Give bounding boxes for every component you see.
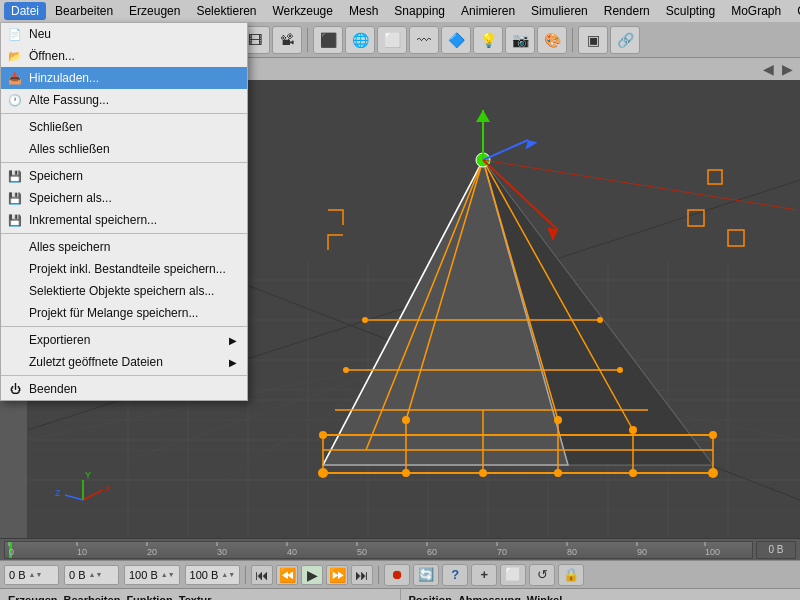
oeffnen-label: Öffnen...: [29, 49, 75, 63]
tool-spline[interactable]: 〰: [409, 26, 439, 54]
spin-arrows-4[interactable]: ▲▼: [221, 571, 235, 578]
menu-sculpting[interactable]: Sculpting: [659, 2, 722, 20]
transport-help[interactable]: ?: [442, 564, 468, 586]
viewport-arrow-right[interactable]: ▶: [779, 61, 796, 77]
transport-loop[interactable]: 🔄: [413, 564, 439, 586]
svg-text:X: X: [105, 484, 111, 494]
menu-speichern[interactable]: 💾 Speichern: [1, 165, 247, 187]
menu-datei[interactable]: Datei: [4, 2, 46, 20]
svg-point-63: [479, 469, 487, 477]
transport-value-4: 100 B: [190, 569, 219, 581]
tool-cube[interactable]: ⬛: [313, 26, 343, 54]
timeline-track[interactable]: 0 10 20 30 40 50 60 70 80: [4, 541, 753, 559]
svg-text:0: 0: [9, 547, 14, 557]
tool-cylinder[interactable]: ⬜: [377, 26, 407, 54]
tool-camera[interactable]: 📷: [505, 26, 535, 54]
status-funktion[interactable]: Funktion: [126, 594, 172, 601]
spin-arrows-1[interactable]: ▲▼: [29, 571, 43, 578]
tool-extra1[interactable]: ▣: [578, 26, 608, 54]
neu-label: Neu: [29, 27, 51, 41]
menu-selektierte[interactable]: Selektierte Objekte speichern als...: [1, 280, 247, 302]
viewport-arrow-left[interactable]: ◀: [760, 61, 777, 77]
menu-alles-speichern[interactable]: Alles speichern: [1, 236, 247, 258]
menu-animieren[interactable]: Animieren: [454, 2, 522, 20]
tool-material[interactable]: 🎨: [537, 26, 567, 54]
tool-extra2[interactable]: 🔗: [610, 26, 640, 54]
transport-field-4[interactable]: 100 B ▲▼: [185, 565, 241, 585]
status-erzeugen[interactable]: Erzeugen: [8, 594, 58, 601]
svg-text:20: 20: [147, 547, 157, 557]
menu-beenden[interactable]: ⏻ Beenden: [1, 378, 247, 400]
status-position[interactable]: Position: [409, 594, 452, 601]
transport-field-2[interactable]: 0 B ▲▼: [64, 565, 119, 585]
menu-charak[interactable]: Charak: [790, 2, 800, 20]
menu-rendern[interactable]: Rendern: [597, 2, 657, 20]
status-abmessung[interactable]: Abmessung: [458, 594, 521, 601]
transport-play[interactable]: ▶: [301, 565, 323, 585]
menu-alles-schliessen[interactable]: Alles schließen: [1, 138, 247, 160]
tool-light[interactable]: 💡: [473, 26, 503, 54]
transport-render[interactable]: ⬜: [500, 564, 526, 586]
tool-sphere[interactable]: 🌐: [345, 26, 375, 54]
menu-werkzeuge[interactable]: Werkzeuge: [265, 2, 339, 20]
menu-simulieren[interactable]: Simulieren: [524, 2, 595, 20]
transport-value-1: 0 B: [9, 569, 26, 581]
transport-field-3[interactable]: 100 B ▲▼: [124, 565, 180, 585]
transport-undo[interactable]: ↺: [529, 564, 555, 586]
menu-speichern-als[interactable]: 💾 Speichern als...: [1, 187, 247, 209]
svg-point-60: [554, 469, 562, 477]
alte-fassung-icon: 🕐: [7, 92, 23, 108]
svg-point-56: [709, 431, 717, 439]
menu-snapping[interactable]: Snapping: [387, 2, 452, 20]
spin-arrows-3[interactable]: ▲▼: [161, 571, 175, 578]
status-bearbeiten[interactable]: Bearbeiten: [64, 594, 121, 601]
menu-mesh[interactable]: Mesh: [342, 2, 385, 20]
beenden-label: Beenden: [29, 382, 77, 396]
transport-sep-1: [245, 566, 246, 584]
menu-schliessen[interactable]: Schließen: [1, 116, 247, 138]
transport-to-start[interactable]: ⏮: [251, 565, 273, 585]
transport-record[interactable]: ⏺: [384, 564, 410, 586]
svg-text:10: 10: [77, 547, 87, 557]
transport-add[interactable]: +: [471, 564, 497, 586]
menu-bearbeiten[interactable]: Bearbeiten: [48, 2, 120, 20]
menu-mograph[interactable]: MoGraph: [724, 2, 788, 20]
file-dropdown-menu: 📄 Neu 📂 Öffnen... 📥 Hinzuladen... 🕐 Alte…: [0, 22, 248, 401]
svg-text:60: 60: [427, 547, 437, 557]
transport-lock[interactable]: 🔒: [558, 564, 584, 586]
transport-step-back[interactable]: ⏪: [276, 565, 298, 585]
menu-projekt-inkl[interactable]: Projekt inkl. Bestandteile speichern...: [1, 258, 247, 280]
menu-alte-fassung[interactable]: 🕐 Alte Fassung...: [1, 89, 247, 111]
menubar: Datei Bearbeiten Erzeugen Selektieren We…: [0, 0, 800, 22]
hinzuladen-label: Hinzuladen...: [29, 71, 99, 85]
transport-field-1[interactable]: 0 B ▲▼: [4, 565, 59, 585]
menu-exportieren[interactable]: Exportieren ▶: [1, 329, 247, 351]
zuletzt-label: Zuletzt geöffnete Dateien: [29, 355, 163, 369]
menu-melange[interactable]: Projekt für Melange speichern...: [1, 302, 247, 324]
svg-text:90: 90: [637, 547, 647, 557]
svg-point-57: [402, 416, 410, 424]
menu-neu[interactable]: 📄 Neu: [1, 23, 247, 45]
exportieren-arrow: ▶: [229, 335, 237, 346]
status-textur[interactable]: Textur: [179, 594, 212, 601]
projekt-inkl-label: Projekt inkl. Bestandteile speichern...: [29, 262, 226, 276]
menu-hinzuladen[interactable]: 📥 Hinzuladen...: [1, 67, 247, 89]
transport-step-fwd[interactable]: ⏩: [326, 565, 348, 585]
dd-sep-5: [1, 375, 247, 376]
speichern-als-icon: 💾: [7, 190, 23, 206]
statusbar: Erzeugen Bearbeiten Funktion Textur Posi…: [0, 588, 800, 600]
menu-inkremental[interactable]: 💾 Inkremental speichern...: [1, 209, 247, 231]
menu-erzeugen[interactable]: Erzeugen: [122, 2, 187, 20]
menu-selektieren[interactable]: Selektieren: [189, 2, 263, 20]
beenden-icon: ⏻: [7, 381, 23, 397]
transport-to-end[interactable]: ⏭: [351, 565, 373, 585]
svg-point-67: [617, 367, 623, 373]
spin-arrows-2[interactable]: ▲▼: [89, 571, 103, 578]
tool-deformer[interactable]: 🔷: [441, 26, 471, 54]
menu-zuletzt[interactable]: Zuletzt geöffnete Dateien ▶: [1, 351, 247, 373]
zuletzt-arrow: ▶: [229, 357, 237, 368]
menu-oeffnen[interactable]: 📂 Öffnen...: [1, 45, 247, 67]
status-winkel[interactable]: Winkel: [527, 594, 562, 601]
tool-render-region[interactable]: 📽: [272, 26, 302, 54]
svg-point-62: [629, 469, 637, 477]
